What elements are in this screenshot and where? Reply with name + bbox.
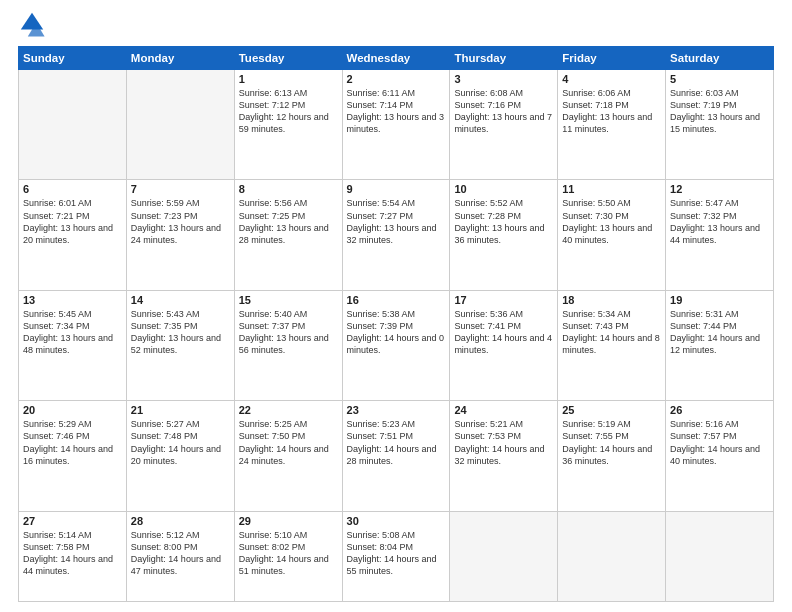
day-number: 5 [670, 73, 769, 85]
weekday-header: Saturday [666, 47, 774, 70]
day-info: Sunrise: 5:29 AMSunset: 7:46 PMDaylight:… [23, 418, 122, 467]
day-number: 29 [239, 515, 338, 527]
day-number: 18 [562, 294, 661, 306]
day-number: 25 [562, 404, 661, 416]
day-info: Sunrise: 5:59 AMSunset: 7:23 PMDaylight:… [131, 197, 230, 246]
day-number: 3 [454, 73, 553, 85]
calendar-day: 25Sunrise: 5:19 AMSunset: 7:55 PMDayligh… [558, 401, 666, 511]
day-info: Sunrise: 6:06 AMSunset: 7:18 PMDaylight:… [562, 87, 661, 136]
day-number: 2 [347, 73, 446, 85]
day-info: Sunrise: 5:45 AMSunset: 7:34 PMDaylight:… [23, 308, 122, 357]
calendar-day: 11Sunrise: 5:50 AMSunset: 7:30 PMDayligh… [558, 180, 666, 290]
calendar-day: 26Sunrise: 5:16 AMSunset: 7:57 PMDayligh… [666, 401, 774, 511]
calendar-body: 1Sunrise: 6:13 AMSunset: 7:12 PMDaylight… [19, 70, 774, 602]
calendar-week: 27Sunrise: 5:14 AMSunset: 7:58 PMDayligh… [19, 511, 774, 601]
day-info: Sunrise: 5:10 AMSunset: 8:02 PMDaylight:… [239, 529, 338, 578]
calendar: SundayMondayTuesdayWednesdayThursdayFrid… [18, 46, 774, 602]
logo [18, 10, 50, 38]
day-number: 10 [454, 183, 553, 195]
day-info: Sunrise: 5:19 AMSunset: 7:55 PMDaylight:… [562, 418, 661, 467]
weekday-header: Wednesday [342, 47, 450, 70]
calendar-day [558, 511, 666, 601]
day-number: 13 [23, 294, 122, 306]
day-info: Sunrise: 5:21 AMSunset: 7:53 PMDaylight:… [454, 418, 553, 467]
calendar-day: 4Sunrise: 6:06 AMSunset: 7:18 PMDaylight… [558, 70, 666, 180]
day-number: 8 [239, 183, 338, 195]
day-number: 7 [131, 183, 230, 195]
calendar-header: SundayMondayTuesdayWednesdayThursdayFrid… [19, 47, 774, 70]
calendar-day [126, 70, 234, 180]
day-info: Sunrise: 5:08 AMSunset: 8:04 PMDaylight:… [347, 529, 446, 578]
calendar-day: 18Sunrise: 5:34 AMSunset: 7:43 PMDayligh… [558, 290, 666, 400]
day-info: Sunrise: 5:16 AMSunset: 7:57 PMDaylight:… [670, 418, 769, 467]
day-number: 16 [347, 294, 446, 306]
calendar-week: 20Sunrise: 5:29 AMSunset: 7:46 PMDayligh… [19, 401, 774, 511]
day-number: 22 [239, 404, 338, 416]
calendar-day: 1Sunrise: 6:13 AMSunset: 7:12 PMDaylight… [234, 70, 342, 180]
day-info: Sunrise: 6:03 AMSunset: 7:19 PMDaylight:… [670, 87, 769, 136]
day-number: 23 [347, 404, 446, 416]
calendar-day: 20Sunrise: 5:29 AMSunset: 7:46 PMDayligh… [19, 401, 127, 511]
calendar-day: 14Sunrise: 5:43 AMSunset: 7:35 PMDayligh… [126, 290, 234, 400]
header [18, 10, 774, 38]
calendar-week: 1Sunrise: 6:13 AMSunset: 7:12 PMDaylight… [19, 70, 774, 180]
day-number: 11 [562, 183, 661, 195]
day-number: 20 [23, 404, 122, 416]
day-number: 26 [670, 404, 769, 416]
day-info: Sunrise: 5:52 AMSunset: 7:28 PMDaylight:… [454, 197, 553, 246]
day-info: Sunrise: 5:40 AMSunset: 7:37 PMDaylight:… [239, 308, 338, 357]
calendar-day: 3Sunrise: 6:08 AMSunset: 7:16 PMDaylight… [450, 70, 558, 180]
calendar-day: 16Sunrise: 5:38 AMSunset: 7:39 PMDayligh… [342, 290, 450, 400]
calendar-day: 29Sunrise: 5:10 AMSunset: 8:02 PMDayligh… [234, 511, 342, 601]
day-info: Sunrise: 5:47 AMSunset: 7:32 PMDaylight:… [670, 197, 769, 246]
day-number: 14 [131, 294, 230, 306]
day-number: 24 [454, 404, 553, 416]
day-number: 15 [239, 294, 338, 306]
day-info: Sunrise: 5:23 AMSunset: 7:51 PMDaylight:… [347, 418, 446, 467]
weekday-header: Monday [126, 47, 234, 70]
calendar-day: 28Sunrise: 5:12 AMSunset: 8:00 PMDayligh… [126, 511, 234, 601]
day-info: Sunrise: 6:13 AMSunset: 7:12 PMDaylight:… [239, 87, 338, 136]
calendar-day [19, 70, 127, 180]
calendar-day: 22Sunrise: 5:25 AMSunset: 7:50 PMDayligh… [234, 401, 342, 511]
day-number: 27 [23, 515, 122, 527]
day-info: Sunrise: 6:01 AMSunset: 7:21 PMDaylight:… [23, 197, 122, 246]
calendar-day: 24Sunrise: 5:21 AMSunset: 7:53 PMDayligh… [450, 401, 558, 511]
calendar-day: 6Sunrise: 6:01 AMSunset: 7:21 PMDaylight… [19, 180, 127, 290]
weekday-header: Friday [558, 47, 666, 70]
calendar-day: 10Sunrise: 5:52 AMSunset: 7:28 PMDayligh… [450, 180, 558, 290]
logo-icon [18, 10, 46, 38]
calendar-day: 30Sunrise: 5:08 AMSunset: 8:04 PMDayligh… [342, 511, 450, 601]
calendar-day: 2Sunrise: 6:11 AMSunset: 7:14 PMDaylight… [342, 70, 450, 180]
day-info: Sunrise: 5:38 AMSunset: 7:39 PMDaylight:… [347, 308, 446, 357]
day-info: Sunrise: 5:34 AMSunset: 7:43 PMDaylight:… [562, 308, 661, 357]
day-info: Sunrise: 5:54 AMSunset: 7:27 PMDaylight:… [347, 197, 446, 246]
day-number: 4 [562, 73, 661, 85]
calendar-day: 5Sunrise: 6:03 AMSunset: 7:19 PMDaylight… [666, 70, 774, 180]
calendar-day: 12Sunrise: 5:47 AMSunset: 7:32 PMDayligh… [666, 180, 774, 290]
day-number: 12 [670, 183, 769, 195]
calendar-day: 15Sunrise: 5:40 AMSunset: 7:37 PMDayligh… [234, 290, 342, 400]
day-number: 30 [347, 515, 446, 527]
calendar-day: 8Sunrise: 5:56 AMSunset: 7:25 PMDaylight… [234, 180, 342, 290]
day-number: 19 [670, 294, 769, 306]
day-number: 28 [131, 515, 230, 527]
day-number: 6 [23, 183, 122, 195]
day-number: 17 [454, 294, 553, 306]
weekday-header: Tuesday [234, 47, 342, 70]
calendar-day: 13Sunrise: 5:45 AMSunset: 7:34 PMDayligh… [19, 290, 127, 400]
calendar-day: 19Sunrise: 5:31 AMSunset: 7:44 PMDayligh… [666, 290, 774, 400]
calendar-week: 13Sunrise: 5:45 AMSunset: 7:34 PMDayligh… [19, 290, 774, 400]
calendar-day: 27Sunrise: 5:14 AMSunset: 7:58 PMDayligh… [19, 511, 127, 601]
day-info: Sunrise: 5:36 AMSunset: 7:41 PMDaylight:… [454, 308, 553, 357]
calendar-day: 7Sunrise: 5:59 AMSunset: 7:23 PMDaylight… [126, 180, 234, 290]
day-info: Sunrise: 5:50 AMSunset: 7:30 PMDaylight:… [562, 197, 661, 246]
day-number: 9 [347, 183, 446, 195]
weekday-header: Sunday [19, 47, 127, 70]
calendar-day: 17Sunrise: 5:36 AMSunset: 7:41 PMDayligh… [450, 290, 558, 400]
day-info: Sunrise: 5:27 AMSunset: 7:48 PMDaylight:… [131, 418, 230, 467]
day-info: Sunrise: 6:08 AMSunset: 7:16 PMDaylight:… [454, 87, 553, 136]
svg-marker-0 [21, 13, 43, 30]
calendar-day: 21Sunrise: 5:27 AMSunset: 7:48 PMDayligh… [126, 401, 234, 511]
calendar-week: 6Sunrise: 6:01 AMSunset: 7:21 PMDaylight… [19, 180, 774, 290]
